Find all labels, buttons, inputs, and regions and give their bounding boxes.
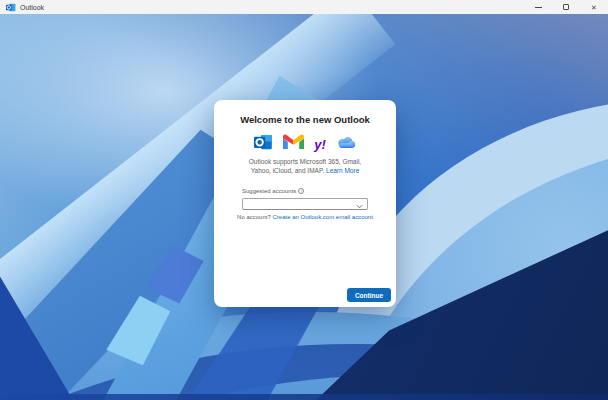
learn-more-link[interactable]: Learn More <box>326 167 359 174</box>
chevron-down-icon <box>356 195 363 213</box>
minimize-icon <box>535 7 542 8</box>
outlook-window: Outlook ✕ <box>0 0 608 400</box>
support-text: Outlook supports Microsoft 365, Gmail, Y… <box>224 157 386 175</box>
suggested-accounts-label: Suggested accounts i <box>242 188 304 194</box>
gmail-icon <box>283 134 304 154</box>
provider-icons-row: y! <box>214 134 396 154</box>
info-icon[interactable]: i <box>298 188 304 194</box>
minimize-button[interactable] <box>524 0 552 14</box>
yahoo-icon: y! <box>314 138 326 151</box>
close-icon: ✕ <box>591 4 597 11</box>
maximize-button[interactable] <box>552 0 580 14</box>
titlebar: Outlook ✕ <box>0 0 608 14</box>
no-account-line: No account? Create an Outlook.com email … <box>214 214 396 220</box>
wallpaper-bottom-strip <box>0 394 608 400</box>
no-account-text: No account? <box>237 214 271 220</box>
support-line-2: Yahoo, iCloud, and IMAP. <box>251 167 324 174</box>
maximize-icon <box>563 4 569 10</box>
window-title: Outlook <box>20 4 44 11</box>
welcome-card: Welcome to the new Outlook <box>214 100 396 307</box>
icloud-icon <box>336 135 356 153</box>
outlook-icon <box>254 133 273 155</box>
continue-button[interactable]: Continue <box>347 288 391 302</box>
page-title: Welcome to the new Outlook <box>214 114 396 125</box>
close-button[interactable]: ✕ <box>580 0 608 14</box>
suggested-accounts-text: Suggested accounts <box>242 188 296 194</box>
suggested-accounts-dropdown[interactable] <box>242 198 368 210</box>
support-line-1: Outlook supports Microsoft 365, Gmail, <box>249 158 361 165</box>
window-controls: ✕ <box>524 0 608 14</box>
desktop-wallpaper: Welcome to the new Outlook <box>0 14 608 400</box>
create-account-link[interactable]: Create an Outlook.com email account <box>272 214 372 220</box>
